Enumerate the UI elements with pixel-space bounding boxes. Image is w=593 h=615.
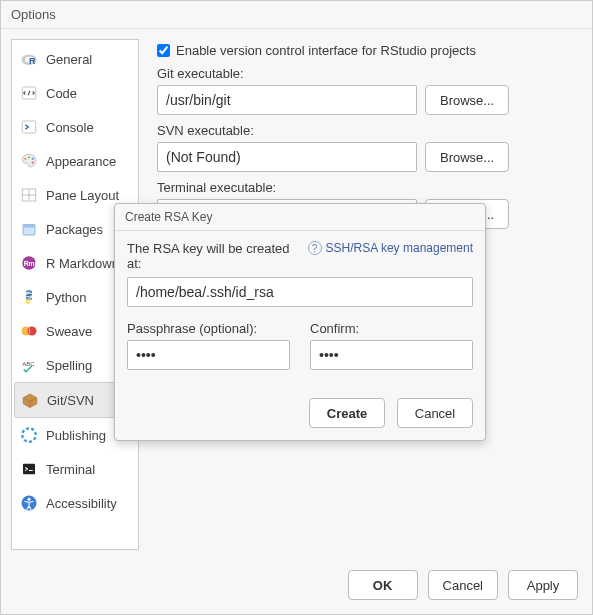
rmarkdown-icon: Rmd [20, 254, 38, 272]
svg-point-17 [28, 327, 37, 336]
svg-point-19 [20, 426, 37, 443]
sidebar-item-label: Publishing [46, 428, 106, 443]
python-icon [20, 288, 38, 306]
svg-point-6 [28, 156, 30, 158]
sidebar-item-label: Pane Layout [46, 188, 119, 203]
window-title: Options [1, 1, 592, 29]
confirm-label: Confirm: [310, 321, 473, 336]
sidebar-item-terminal[interactable]: Terminal [14, 452, 136, 486]
sidebar-item-code[interactable]: Code [14, 76, 136, 110]
create-rsa-key-dialog: Create RSA Key The RSA key will be creat… [114, 203, 486, 441]
help-icon: ? [308, 241, 322, 255]
apply-button[interactable]: Apply [508, 570, 578, 600]
svg-point-5 [24, 158, 26, 160]
svg-text:Rmd: Rmd [24, 260, 38, 267]
sidebar-item-label: Sweave [46, 324, 92, 339]
help-link-label: SSH/RSA key management [326, 241, 473, 255]
r-logo-icon: R [20, 50, 38, 68]
passphrase-label: Passphrase (optional): [127, 321, 290, 336]
sidebar-item-label: R Markdown [46, 256, 119, 271]
svg-point-8 [32, 161, 34, 163]
enable-vcs-checkbox[interactable] [157, 44, 170, 57]
ok-button[interactable]: OK [348, 570, 418, 600]
accessibility-icon [20, 494, 38, 512]
cancel-button[interactable]: Cancel [428, 570, 498, 600]
sidebar-item-label: Packages [46, 222, 103, 237]
sidebar-item-label: Spelling [46, 358, 92, 373]
sidebar-item-accessibility[interactable]: Accessibility [14, 486, 136, 520]
panes-icon [20, 186, 38, 204]
gitsvn-icon [21, 391, 39, 409]
dialog-cancel-button[interactable]: Cancel [397, 398, 473, 428]
svn-exec-label: SVN executable: [157, 123, 572, 138]
git-exec-input[interactable] [157, 85, 417, 115]
rsa-path-input[interactable] [127, 277, 473, 307]
enable-vcs-label: Enable version control interface for RSt… [176, 43, 476, 58]
sidebar-item-label: Terminal [46, 462, 95, 477]
publishing-icon [20, 426, 38, 444]
svg-text:R: R [29, 56, 36, 66]
terminal-icon [20, 460, 38, 478]
git-browse-button[interactable]: Browse... [425, 85, 509, 115]
sidebar-item-label: Python [46, 290, 86, 305]
svn-exec-input[interactable] [157, 142, 417, 172]
ssh-help-link[interactable]: ? SSH/RSA key management [308, 241, 473, 255]
svg-rect-20 [23, 464, 35, 475]
spelling-icon: ABC [20, 356, 38, 374]
dialog-message: The RSA key will be created at: [127, 241, 298, 271]
sidebar-item-label: General [46, 52, 92, 67]
svg-point-7 [32, 158, 34, 160]
footer: OK Cancel Apply [1, 560, 592, 614]
svg-rect-13 [23, 225, 35, 228]
sidebar-item-console[interactable]: Console [14, 110, 136, 144]
sweave-icon [20, 322, 38, 340]
appearance-icon [20, 152, 38, 170]
passphrase-input[interactable] [127, 340, 290, 370]
git-exec-label: Git executable: [157, 66, 572, 81]
create-button[interactable]: Create [309, 398, 385, 428]
dialog-title: Create RSA Key [115, 204, 485, 231]
sidebar-item-general[interactable]: R General [14, 42, 136, 76]
sidebar-item-label: Console [46, 120, 94, 135]
sidebar-item-label: Accessibility [46, 496, 117, 511]
svn-browse-button[interactable]: Browse... [425, 142, 509, 172]
packages-icon [20, 220, 38, 238]
sidebar-item-label: Git/SVN [47, 393, 94, 408]
console-icon [20, 118, 38, 136]
sidebar-item-appearance[interactable]: Appearance [14, 144, 136, 178]
sidebar-item-label: Code [46, 86, 77, 101]
sidebar-item-label: Appearance [46, 154, 116, 169]
svg-text:ABC: ABC [22, 361, 35, 367]
options-window: Options R General Code Console Appearanc… [0, 0, 593, 615]
svg-point-22 [28, 498, 31, 501]
confirm-input[interactable] [310, 340, 473, 370]
terminal-exec-label: Terminal executable: [157, 180, 572, 195]
code-icon [20, 84, 38, 102]
